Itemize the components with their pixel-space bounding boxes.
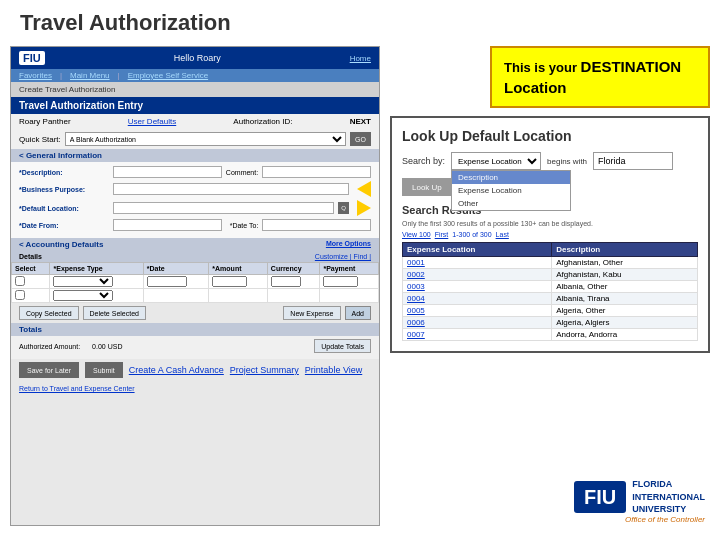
go-button[interactable]: GO bbox=[350, 132, 371, 146]
details-header-row: Details Customize | Find | bbox=[11, 251, 379, 262]
table-row: 0002Afghanistan, Kabu bbox=[403, 269, 698, 281]
submit-btn[interactable]: Submit bbox=[85, 362, 123, 378]
expense-type-select[interactable] bbox=[53, 290, 113, 301]
details-col-header: Currency bbox=[267, 263, 320, 275]
details-table: Select*Expense Type*Date*AmountCurrency*… bbox=[11, 262, 379, 303]
nav-main-menu[interactable]: Main Menu bbox=[70, 71, 110, 80]
expense-type-select[interactable] bbox=[53, 276, 113, 287]
description-cell: Albania, Tirana bbox=[552, 293, 698, 305]
search-by-label: Search by: bbox=[402, 156, 445, 166]
fiu-badge: FIU bbox=[574, 481, 626, 513]
project-summary-link[interactable]: Project Summary bbox=[230, 365, 299, 375]
search-by-dropdown-container: Expense Location Description Expense Loc… bbox=[451, 152, 541, 170]
general-info-header[interactable]: < General Information bbox=[11, 149, 379, 162]
quick-start-row: Quick Start: A Blank Authorization GO bbox=[11, 129, 379, 149]
default-location-input[interactable] bbox=[113, 202, 334, 214]
dropdown-options: Description Expense Location Other bbox=[451, 170, 571, 211]
expense-location-cell[interactable]: 0006 bbox=[403, 317, 552, 329]
return-link[interactable]: Return to Travel and Expense Center bbox=[19, 385, 135, 392]
yellow-arrow-left-icon bbox=[357, 181, 371, 197]
copy-selected-btn[interactable]: Copy Selected bbox=[19, 306, 79, 320]
table-row bbox=[12, 275, 379, 289]
home-link[interactable]: Home bbox=[350, 54, 371, 63]
fiu-header: FIU Hello Roary Home bbox=[11, 47, 379, 69]
amount-input[interactable] bbox=[212, 276, 247, 287]
add-btn[interactable]: Add bbox=[345, 306, 371, 320]
table-row: 0006Algeria, Algiers bbox=[403, 317, 698, 329]
breadcrumb: Create Travel Authorization bbox=[11, 82, 379, 97]
table-row bbox=[12, 289, 379, 303]
more-options-link[interactable]: More Options bbox=[326, 240, 371, 247]
customize-link[interactable]: Customize | Find | bbox=[315, 253, 371, 260]
dropdown-option-other[interactable]: Other bbox=[452, 197, 570, 210]
search-input[interactable] bbox=[593, 152, 673, 170]
view-100-link[interactable]: View 100 bbox=[402, 231, 431, 238]
details-col-header: *Amount bbox=[209, 263, 268, 275]
currency-input[interactable] bbox=[271, 276, 301, 287]
search-row: Search by: Expense Location Description … bbox=[402, 152, 698, 170]
quick-start-label: Quick Start: bbox=[19, 135, 61, 144]
select-checkbox[interactable] bbox=[15, 276, 25, 286]
expense-location-cell[interactable]: 0007 bbox=[403, 329, 552, 341]
destination-callout: This is your DESTINATION Location bbox=[490, 46, 710, 108]
description-label: *Description: bbox=[19, 169, 109, 176]
delete-selected-btn[interactable]: Delete Selected bbox=[83, 306, 146, 320]
select-checkbox[interactable] bbox=[15, 290, 25, 300]
expense-location-cell[interactable]: 0001 bbox=[403, 257, 552, 269]
details-col-header: Select bbox=[12, 263, 50, 275]
description-input[interactable] bbox=[113, 166, 222, 178]
cash-advance-link[interactable]: Create A Cash Advance bbox=[129, 365, 224, 375]
details-col-header: *Expense Type bbox=[50, 263, 143, 275]
pagination-last[interactable]: Last bbox=[496, 231, 509, 238]
yellow-arrow-right-icon bbox=[357, 200, 371, 216]
details-col-header: *Payment bbox=[320, 263, 379, 275]
user-defaults-link[interactable]: User Defaults bbox=[128, 117, 176, 126]
business-purpose-input[interactable] bbox=[113, 183, 349, 195]
col-description: Description bbox=[552, 243, 698, 257]
description-cell: Albania, Other bbox=[552, 281, 698, 293]
expense-location-cell[interactable]: 0004 bbox=[403, 293, 552, 305]
comment-label: Comment: bbox=[226, 169, 258, 176]
update-totals-btn[interactable]: Update Totals bbox=[314, 339, 371, 353]
form-title: Travel Authorization Entry bbox=[11, 97, 379, 114]
accounting-defaults-header[interactable]: < Accounting Defaults More Options bbox=[11, 238, 379, 251]
description-cell: Algeria, Other bbox=[552, 305, 698, 317]
expense-location-cell[interactable]: 0005 bbox=[403, 305, 552, 317]
date-to-input[interactable] bbox=[262, 219, 371, 231]
date-from-input[interactable] bbox=[113, 219, 222, 231]
pagination-first[interactable]: First bbox=[435, 231, 449, 238]
expense-location-cell[interactable]: 0003 bbox=[403, 281, 552, 293]
nav-employee-self-service[interactable]: Employee Self Service bbox=[128, 71, 208, 80]
dropdown-option-expense-location[interactable]: Expense Location bbox=[452, 184, 570, 197]
printable-view-link[interactable]: Printable View bbox=[305, 365, 362, 375]
search-by-select[interactable]: Expense Location bbox=[451, 152, 541, 170]
save-for-later-btn[interactable]: Save for Later bbox=[19, 362, 79, 378]
nav-favorites[interactable]: Favorites bbox=[19, 71, 52, 80]
date-input[interactable] bbox=[147, 276, 187, 287]
new-expense-btn[interactable]: New Expense bbox=[283, 306, 340, 320]
location-lookup-btn[interactable]: Q bbox=[338, 202, 349, 214]
dropdown-option-description[interactable]: Description bbox=[452, 171, 570, 184]
table-row: 0001Afghanistan, Other bbox=[403, 257, 698, 269]
action-row: Copy Selected Delete Selected New Expens… bbox=[11, 303, 379, 323]
default-location-label: *Default Location: bbox=[19, 205, 109, 212]
table-row: 0007Andorra, Andorra bbox=[403, 329, 698, 341]
payment-input[interactable] bbox=[323, 276, 358, 287]
quick-start-select[interactable]: A Blank Authorization bbox=[65, 132, 346, 146]
expense-location-cell[interactable]: 0002 bbox=[403, 269, 552, 281]
look-up-btn[interactable]: Look Up bbox=[402, 178, 452, 196]
fiu-bottom-logo: FIU FLORIDA INTERNATIONAL UNIVERSITY bbox=[574, 478, 705, 516]
authorized-amount-label: Authorized Amount: bbox=[19, 343, 80, 350]
begins-with-label: begins with bbox=[547, 157, 587, 166]
university-name: FLORIDA INTERNATIONAL UNIVERSITY bbox=[632, 478, 705, 516]
table-row: 0004Albania, Tirana bbox=[403, 293, 698, 305]
col-expense-location: Expense Location bbox=[403, 243, 552, 257]
controller-text: Office of the Controller bbox=[625, 515, 705, 524]
totals-header: Totals bbox=[11, 323, 379, 336]
description-cell: Algeria, Algiers bbox=[552, 317, 698, 329]
travel-auth-form: FIU Hello Roary Home Favorites | Main Me… bbox=[10, 46, 380, 526]
auth-id-label: Authorization ID: bbox=[233, 117, 292, 126]
results-section: Search Results Only the first 300 result… bbox=[402, 204, 698, 341]
table-row: 0005Algeria, Other bbox=[403, 305, 698, 317]
comment-input[interactable] bbox=[262, 166, 371, 178]
